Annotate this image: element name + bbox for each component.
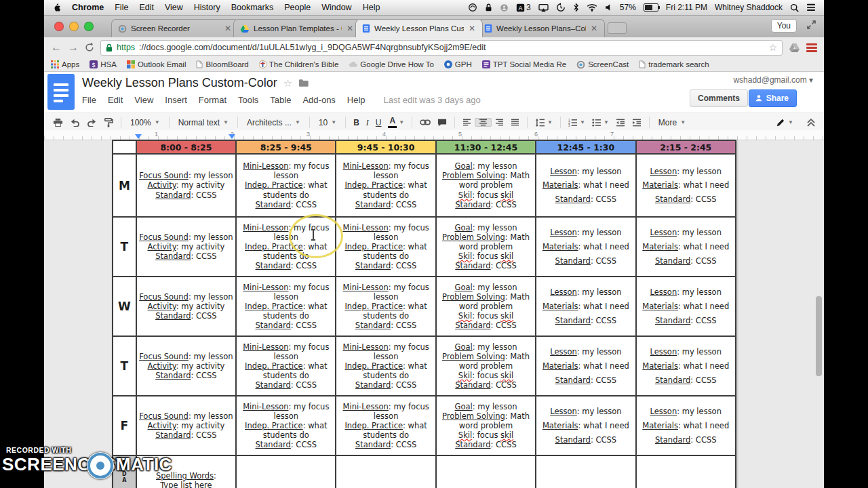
time-header[interactable]: 12:45 - 1:30 [536, 140, 635, 154]
bookmark-bloomboard[interactable]: BloomBoard [196, 60, 248, 68]
indent-marker[interactable] [135, 134, 142, 139]
spotlight-search-icon[interactable] [790, 3, 799, 12]
time-header[interactable]: 11:30 - 12:45 [436, 140, 536, 154]
bookmark-the-children-s-bible[interactable]: The Children's Bible [259, 60, 339, 68]
forward-button[interactable]: → [68, 42, 79, 53]
lesson-cell[interactable]: Lesson: my lessonMaterials: what I needS… [536, 277, 635, 336]
align-left-icon[interactable] [459, 119, 475, 126]
profile-button[interactable]: You [771, 19, 797, 33]
fullscreen-icon[interactable] [807, 20, 816, 29]
bookmark-trademark-search[interactable]: trademark search [639, 60, 709, 68]
window-close-button[interactable] [54, 22, 64, 31]
lesson-cell[interactable]: Focus Sound: my lessonActivity: my activ… [136, 277, 236, 336]
collapse-toolbar-icon[interactable] [804, 119, 818, 127]
menubar-item-window[interactable]: Window [321, 3, 351, 12]
reload-button[interactable] [85, 43, 94, 52]
more-menu[interactable]: More▼ [654, 118, 690, 127]
docs-menu-tools[interactable]: Tools [238, 95, 258, 105]
styles-select[interactable]: Normal text▼ [174, 118, 233, 127]
menubar-item-chrome[interactable]: Chrome [72, 3, 104, 12]
menubar-item-view[interactable]: View [165, 3, 183, 12]
bulleted-list-icon[interactable]: ▼ [589, 119, 612, 127]
menubar-item-people[interactable]: People [284, 3, 311, 12]
docs-menu-format[interactable]: Format [199, 95, 226, 105]
menubar-clock[interactable]: Fri 2:11 PM [666, 3, 707, 12]
time-header[interactable]: 2:15 - 2:45 [636, 140, 736, 154]
lesson-cell[interactable]: Lesson: my lessonMaterials: what I needS… [536, 396, 635, 455]
lesson-cell[interactable]: Goal: my lessonProblem Solving: Math wor… [436, 396, 536, 455]
lesson-cell[interactable]: Goal: my lessonProblem Solving: Math wor… [436, 217, 536, 277]
docs-menu-table[interactable]: Table [270, 95, 291, 105]
empty-cell[interactable] [436, 455, 536, 488]
decrease-indent-icon[interactable] [612, 119, 629, 127]
window-zoom-button[interactable] [84, 22, 94, 31]
docs-menu-addons[interactable]: Add-ons [302, 95, 335, 105]
menubar-user[interactable]: Whitney Shaddock [715, 3, 783, 12]
spelling-words-cell[interactable]: Spelling Words:Type list here [136, 455, 236, 488]
lesson-cell[interactable]: Lesson: my lessonMaterials: what I needS… [636, 336, 736, 396]
input-source-icon[interactable]: A 3 [516, 3, 531, 12]
helper-app-icon[interactable] [500, 3, 509, 12]
day-label[interactable]: M [113, 154, 136, 217]
bookmark-google-drive-how-to[interactable]: Google Drive How To [349, 60, 433, 68]
indent-marker[interactable] [229, 134, 235, 139]
tab-close-icon[interactable]: ✕ [468, 24, 476, 33]
docs-menu-file[interactable]: File [82, 95, 96, 105]
font-select[interactable]: Architects ...▼ [242, 118, 305, 127]
docs-menu-edit[interactable]: Edit [108, 95, 123, 105]
undo-icon[interactable] [66, 118, 83, 127]
lesson-cell[interactable]: Mini-Lesson: my focus lessonIndep. Pract… [336, 277, 435, 336]
italic-button[interactable]: I [363, 119, 372, 127]
lesson-cell[interactable]: Lesson: my lessonMaterials: what I needS… [636, 217, 736, 277]
day-label[interactable]: F [113, 396, 136, 455]
account-email[interactable]: wshadd@gmail.com ▾ [733, 75, 813, 85]
lesson-cell[interactable]: Mini-Lesson: my focus lessonIndep. Pract… [336, 154, 435, 217]
tab-close-icon[interactable]: ✕ [590, 24, 598, 33]
bookmark-apps[interactable]: Apps [51, 60, 79, 68]
bold-button[interactable]: B [350, 119, 363, 127]
browser-tab-2[interactable]: Lesson Plan Templates - G✕ [233, 19, 361, 37]
ruler[interactable]: 1234567 [44, 130, 824, 140]
font-size-select[interactable]: 10▼ [314, 118, 341, 127]
window-minimize-button[interactable] [69, 22, 79, 31]
bookmark-star-icon[interactable]: ☆ [768, 42, 777, 53]
creative-cloud-icon[interactable] [468, 3, 477, 12]
star-document-icon[interactable]: ☆ [283, 77, 292, 89]
menubar-item-edit[interactable]: Edit [139, 3, 154, 12]
bookmark-screencast[interactable]: ScreenCast [576, 60, 629, 69]
lesson-cell[interactable]: Mini-Lesson: my focus lessonIndep. Pract… [236, 336, 336, 396]
day-column-header[interactable] [113, 140, 136, 154]
time-header[interactable]: 9:45 - 10:30 [336, 140, 435, 154]
lesson-cell[interactable]: Goal: my lessonProblem Solving: Math wor… [436, 277, 536, 336]
new-tab-button[interactable] [608, 22, 627, 34]
volume-icon[interactable] [605, 3, 612, 12]
lesson-cell[interactable]: Focus Sound: my lessonActivity: my activ… [136, 336, 236, 396]
chrome-menu-icon[interactable] [806, 43, 817, 52]
lesson-cell[interactable]: Goal: my lessonProblem Solving: Math wor… [436, 336, 536, 396]
bookmark-outlook-email[interactable]: Outlook Email [127, 60, 186, 68]
tab-close-icon[interactable]: ✕ [224, 24, 232, 33]
time-machine-icon[interactable] [556, 3, 566, 12]
drive-extension-icon[interactable] [789, 43, 800, 53]
editing-mode-pencil-icon[interactable]: ▼ [772, 118, 797, 127]
day-label[interactable]: W [113, 277, 136, 336]
lesson-cell[interactable]: Focus Sound: my lessonActivity: my activ… [136, 154, 236, 217]
lesson-cell[interactable]: Mini-Lesson: my focus lessonIndep. Pract… [336, 217, 435, 277]
bluetooth-icon[interactable] [573, 3, 579, 12]
notes-row-label[interactable]: NODA [113, 455, 136, 488]
menubar-item-file[interactable]: File [115, 3, 128, 12]
bookmark-hsa[interactable]: $HSA [90, 60, 117, 68]
browser-tab-4[interactable]: Weekly Lesson Plans–Colo✕ [477, 19, 605, 37]
lesson-cell[interactable]: Mini-Lesson: my focus lessonIndep. Pract… [236, 154, 336, 217]
browser-tab-3[interactable]: Weekly Lesson Plans Custo✕ [355, 19, 483, 37]
empty-cell[interactable] [536, 455, 635, 488]
align-center-icon[interactable] [475, 118, 492, 127]
lesson-cell[interactable]: Mini-Lesson: my focus lessonIndep. Pract… [236, 277, 336, 336]
tab-close-icon[interactable]: ✕ [346, 24, 354, 33]
lesson-cell[interactable]: Lesson: my lessonMaterials: what I needS… [636, 277, 736, 336]
lesson-cell[interactable]: Mini-Lesson: my focus lessonIndep. Pract… [336, 396, 435, 455]
menubar-item-bookmarks[interactable]: Bookmarks [231, 3, 274, 12]
address-bar[interactable]: https://docs.google.com/document/d/1uULA… [100, 40, 783, 56]
lock-icon[interactable] [485, 3, 492, 12]
move-to-folder-icon[interactable] [298, 79, 309, 87]
